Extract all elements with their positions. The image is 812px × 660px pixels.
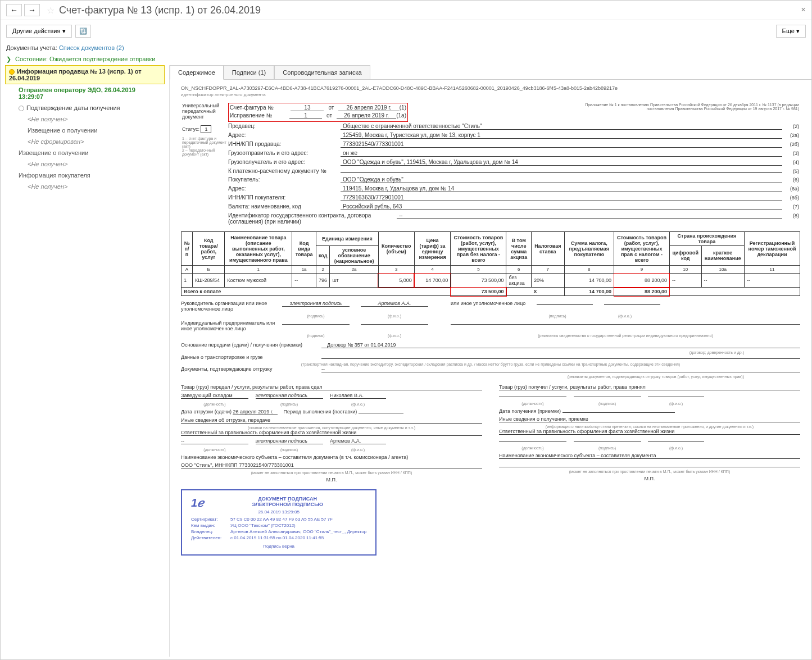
signature-stamp: 1ℯ ДОКУМЕНТ ПОДПИСАНЭЛЕКТРОННОЙ ПОДПИСЬЮ… <box>181 489 376 556</box>
status-box: 1 <box>201 125 211 133</box>
tree-not-received-2: <Не получен> <box>5 158 165 170</box>
tab-note[interactable]: Сопроводительная записка <box>274 65 370 79</box>
docs-label: Документы учета: <box>6 44 57 51</box>
other-actions-button[interactable]: Другие действия ▾ <box>6 25 72 38</box>
favorite-icon[interactable]: ☆ <box>47 5 55 16</box>
docs-link[interactable]: Список документов (2) <box>59 44 124 51</box>
back-button[interactable]: ← <box>6 4 22 16</box>
doc-id: ON_NSCHFDOPPR_2AL-A7303297-E6CA-4BD6-A73… <box>181 85 800 91</box>
chevron-icon: ❯ <box>6 56 11 62</box>
tab-signatures[interactable]: Подписи (1) <box>224 65 274 79</box>
status-dot-icon <box>19 106 24 111</box>
tree-receipt-notice[interactable]: Извещение о получении <box>5 125 165 136</box>
invoice-table: № п/п Код товара/ работ, услуг Наименова… <box>181 231 800 296</box>
status-value: Ожидается подтверждение отправки <box>49 56 155 62</box>
tree-not-received: <Не получен> <box>5 113 165 125</box>
tree-buyer-info[interactable]: Информация покупателя <box>5 170 165 181</box>
status-label: Состояние: <box>15 56 48 62</box>
appendix-note: Приложение № 1 к постановлению Правитель… <box>574 103 799 111</box>
tree-sent-operator[interactable]: Отправлен оператору ЭДО, 26.04.2019 13:2… <box>5 84 165 102</box>
tree-confirm-date[interactable]: Подтверждение даты получения <box>5 102 165 113</box>
forward-button[interactable]: → <box>24 4 40 16</box>
tree-receipt-notice-2[interactable]: Извещение о получении <box>5 147 165 158</box>
tree-not-received-3: <Не получен> <box>5 181 165 192</box>
doc-id-sub: идентификатор электронного документа <box>181 92 800 97</box>
refresh-button[interactable]: 🔃 <box>75 25 91 38</box>
status-dot-icon <box>9 69 15 75</box>
window-title: Счет-фактура № 13 (испр. 1) от 26.04.201… <box>59 4 261 16</box>
tree-seller-info[interactable]: Информация продавца № 13 (испр. 1) от 26… <box>5 65 165 84</box>
tree-not-formed: <Не сформирован> <box>5 136 165 147</box>
close-icon[interactable]: ✕ <box>801 6 806 13</box>
more-button[interactable]: Еще ▾ <box>776 25 806 38</box>
tab-content[interactable]: Содержимое <box>170 65 224 80</box>
upd-label: Универсальный передаточный документ <box>182 103 227 120</box>
logo-1c-icon: 1ℯ <box>191 496 204 509</box>
